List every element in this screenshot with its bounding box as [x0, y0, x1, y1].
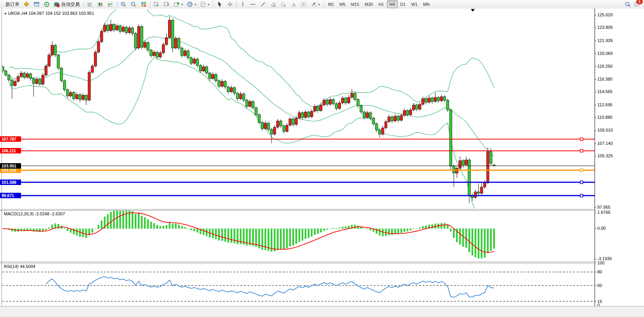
text-label-button[interactable]: T	[298, 0, 309, 8]
hline-handle[interactable]	[580, 138, 583, 141]
toolbar-grip[interactable]	[212, 1, 214, 7]
cursor-button[interactable]	[215, 0, 225, 8]
candle	[338, 103, 340, 108]
candle	[67, 90, 69, 96]
macd-histogram-bar	[101, 220, 102, 229]
chart-window[interactable]: ▼ UKOil-,H4 104.097 104.152 103.863 103.…	[0, 9, 644, 315]
timeframe-m15[interactable]: M15	[348, 0, 362, 8]
new-order-button[interactable]: 新订单	[4, 0, 21, 8]
candle	[292, 119, 294, 124]
bar-chart-button[interactable]	[85, 0, 95, 8]
candle	[193, 59, 195, 63]
dropdown-arrow-icon: ▾	[195, 3, 196, 6]
timeframe-d1[interactable]: D1	[398, 0, 409, 8]
timeframe-w1[interactable]: W1	[409, 0, 421, 8]
fibonacci-button[interactable]: F	[278, 0, 288, 8]
candle	[344, 98, 347, 103]
toolbar-grip[interactable]	[1, 1, 3, 7]
candle	[239, 94, 242, 99]
hline-handle[interactable]	[580, 150, 583, 152]
candle	[252, 102, 254, 108]
macd-histogram-bar	[221, 229, 223, 241]
autotrading-label: 自动交易	[61, 1, 80, 8]
timeframe-h4[interactable]: H4	[387, 0, 398, 8]
macd-histogram-bar	[444, 223, 445, 229]
new-chart-button[interactable]: ▾	[172, 0, 185, 8]
notifications-button[interactable]: 1	[634, 1, 640, 7]
market-watch-button[interactable]	[21, 0, 32, 8]
macd-histogram-bar	[283, 229, 284, 249]
crosshair-button[interactable]	[225, 0, 235, 8]
timeframe-h1[interactable]: H1	[376, 0, 386, 8]
macd-histogram-bar	[419, 227, 421, 229]
macd-histogram-bar	[329, 228, 331, 229]
candle	[11, 80, 13, 85]
line-chart-button[interactable]	[105, 0, 116, 8]
candlestick-chart-icon	[97, 1, 104, 7]
macd-histogram-bar	[388, 229, 390, 235]
hline-handle[interactable]	[580, 181, 583, 183]
data-window-button[interactable]	[32, 0, 42, 8]
macd-histogram-bar	[342, 227, 343, 229]
macd-histogram-bar	[462, 229, 464, 247]
timeframe-toolbar: M1M5M15M30H1H4D1W1MN	[325, 0, 432, 8]
timeframe-m1[interactable]: M1	[325, 0, 337, 8]
toolbar-grip[interactable]	[323, 1, 325, 7]
toolbar-grip[interactable]	[82, 1, 84, 7]
chart-canvas[interactable]	[0, 9, 644, 317]
text-button[interactable]: A	[288, 0, 298, 8]
macd-histogram-bar	[370, 229, 371, 230]
timeframe-mn[interactable]: MN	[420, 0, 432, 8]
candle	[88, 72, 90, 100]
timeframe-m30[interactable]: M30	[362, 0, 376, 8]
candle	[156, 52, 158, 57]
candle	[119, 26, 121, 31]
candle	[75, 95, 78, 99]
macd-histogram-bar	[413, 229, 414, 229]
chart-shift-button[interactable]	[161, 0, 172, 8]
zoom-out-button[interactable]	[128, 0, 139, 8]
candle	[341, 98, 344, 103]
equidistant-channel-button[interactable]: E	[268, 0, 278, 8]
candle	[246, 100, 248, 106]
trendline-button[interactable]	[258, 0, 268, 8]
macd-histogram-bar	[39, 229, 40, 232]
arrange-windows-button[interactable]	[151, 0, 161, 8]
candle	[42, 75, 44, 84]
hline-handle[interactable]	[580, 169, 583, 172]
tile-windows-button[interactable]	[139, 0, 149, 8]
macd-histogram-bar	[292, 229, 294, 245]
macd-histogram-bar	[453, 229, 454, 238]
candle	[147, 42, 149, 50]
macd-histogram-bar	[150, 222, 152, 229]
tile-windows-icon	[140, 1, 147, 7]
horizontal-line-button[interactable]	[248, 0, 258, 8]
candle	[85, 95, 87, 100]
candle	[57, 55, 60, 68]
trendline-icon	[260, 1, 266, 7]
timeframe-m5[interactable]: M5	[337, 0, 348, 8]
periods-button[interactable]: ▾	[185, 0, 198, 8]
autotrading-button[interactable]: 自动交易	[52, 0, 82, 8]
candle	[181, 48, 183, 56]
macd-histogram-bar	[305, 229, 306, 239]
vertical-line-button[interactable]	[238, 0, 248, 8]
candle	[224, 81, 226, 87]
signals-button[interactable]	[42, 0, 52, 8]
zoom-in-button[interactable]	[118, 0, 128, 8]
candle	[35, 79, 38, 84]
hline-handle[interactable]	[580, 194, 583, 197]
candle	[403, 111, 405, 115]
search-icon[interactable]	[625, 1, 631, 7]
candle	[440, 97, 442, 101]
candle	[376, 124, 378, 130]
candle	[326, 100, 328, 104]
macd-histogram-bar	[107, 214, 109, 229]
periods-icon	[187, 1, 193, 7]
toolbar: 新订单 自动交易	[0, 0, 644, 9]
arrows-button[interactable]: ▾	[309, 0, 322, 8]
candle	[354, 93, 356, 99]
macd-histogram-bar	[215, 229, 217, 239]
templates-button[interactable]: ▾	[198, 0, 211, 8]
candlestick-chart-button[interactable]	[95, 0, 105, 8]
